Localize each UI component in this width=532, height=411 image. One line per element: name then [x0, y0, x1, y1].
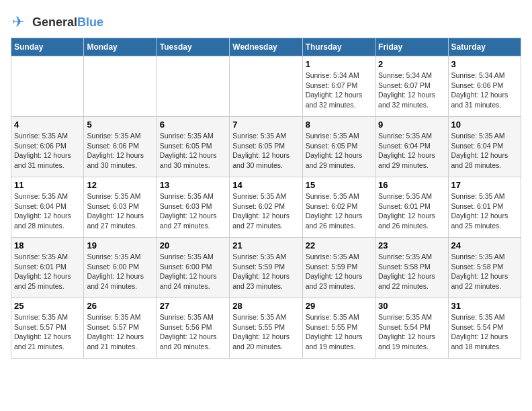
logo: ✈ GeneralBlue — [11, 13, 103, 32]
calendar-cell: 6Sunrise: 5:35 AM Sunset: 6:05 PM Daylig… — [157, 117, 229, 177]
day-number: 15 — [306, 180, 372, 190]
calendar-cell: 1Sunrise: 5:34 AM Sunset: 6:07 PM Daylig… — [302, 56, 375, 117]
day-number: 10 — [451, 120, 518, 130]
day-number: 2 — [378, 59, 445, 69]
day-info: Sunrise: 5:35 AM Sunset: 5:56 PM Dayligh… — [160, 312, 226, 352]
calendar-cell: 25Sunrise: 5:35 AM Sunset: 5:57 PM Dayli… — [11, 298, 84, 359]
calendar-cell: 4Sunrise: 5:35 AM Sunset: 6:06 PM Daylig… — [11, 117, 84, 177]
day-info: Sunrise: 5:34 AM Sunset: 6:06 PM Dayligh… — [451, 71, 518, 110]
day-number: 7 — [232, 120, 299, 130]
day-info: Sunrise: 5:34 AM Sunset: 6:07 PM Dayligh… — [306, 71, 372, 110]
day-info: Sunrise: 5:35 AM Sunset: 6:01 PM Dayligh… — [451, 191, 518, 231]
calendar-cell: 17Sunrise: 5:35 AM Sunset: 6:01 PM Dayli… — [448, 177, 521, 238]
weekday-header: Friday — [375, 38, 448, 56]
day-number: 12 — [87, 180, 153, 190]
calendar-cell — [157, 56, 229, 117]
day-info: Sunrise: 5:35 AM Sunset: 5:55 PM Dayligh… — [232, 312, 299, 352]
day-number: 17 — [451, 180, 518, 190]
calendar-cell: 15Sunrise: 5:35 AM Sunset: 6:02 PM Dayli… — [302, 177, 375, 238]
day-info: Sunrise: 5:35 AM Sunset: 5:58 PM Dayligh… — [378, 252, 445, 291]
day-number: 9 — [378, 120, 445, 130]
day-info: Sunrise: 5:35 AM Sunset: 6:04 PM Dayligh… — [378, 131, 445, 171]
calendar-cell — [230, 56, 302, 117]
weekday-header: Tuesday — [157, 38, 229, 56]
day-info: Sunrise: 5:35 AM Sunset: 6:05 PM Dayligh… — [160, 131, 226, 171]
calendar-week-row: 25Sunrise: 5:35 AM Sunset: 5:57 PM Dayli… — [11, 298, 521, 359]
calendar-cell: 19Sunrise: 5:35 AM Sunset: 6:00 PM Dayli… — [84, 238, 157, 298]
day-number: 22 — [306, 240, 372, 250]
day-info: Sunrise: 5:35 AM Sunset: 5:55 PM Dayligh… — [306, 312, 372, 352]
day-number: 6 — [160, 120, 226, 130]
calendar-cell: 16Sunrise: 5:35 AM Sunset: 6:01 PM Dayli… — [375, 177, 448, 238]
day-info: Sunrise: 5:35 AM Sunset: 5:59 PM Dayligh… — [232, 252, 299, 291]
calendar-cell: 11Sunrise: 5:35 AM Sunset: 6:04 PM Dayli… — [11, 177, 84, 238]
weekday-header: Saturday — [448, 38, 521, 56]
day-info: Sunrise: 5:35 AM Sunset: 6:04 PM Dayligh… — [14, 191, 81, 231]
day-info: Sunrise: 5:35 AM Sunset: 6:01 PM Dayligh… — [14, 252, 81, 291]
calendar-cell: 9Sunrise: 5:35 AM Sunset: 6:04 PM Daylig… — [375, 117, 448, 177]
calendar-week-row: 4Sunrise: 5:35 AM Sunset: 6:06 PM Daylig… — [11, 117, 521, 177]
calendar-cell: 14Sunrise: 5:35 AM Sunset: 6:02 PM Dayli… — [230, 177, 302, 238]
day-number: 1 — [306, 59, 372, 69]
calendar-header-row: SundayMondayTuesdayWednesdayThursdayFrid… — [11, 38, 521, 56]
calendar-cell: 10Sunrise: 5:35 AM Sunset: 6:04 PM Dayli… — [448, 117, 521, 177]
logo-text: GeneralBlue — [32, 16, 103, 30]
calendar-week-row: 1Sunrise: 5:34 AM Sunset: 6:07 PM Daylig… — [11, 56, 521, 117]
calendar-cell — [84, 56, 157, 117]
calendar-cell: 23Sunrise: 5:35 AM Sunset: 5:58 PM Dayli… — [375, 238, 448, 298]
day-info: Sunrise: 5:35 AM Sunset: 5:57 PM Dayligh… — [87, 312, 153, 352]
calendar-cell: 13Sunrise: 5:35 AM Sunset: 6:03 PM Dayli… — [157, 177, 229, 238]
day-number: 25 — [14, 301, 81, 311]
day-info: Sunrise: 5:35 AM Sunset: 6:00 PM Dayligh… — [160, 252, 226, 291]
calendar-cell: 21Sunrise: 5:35 AM Sunset: 5:59 PM Dayli… — [230, 238, 302, 298]
day-info: Sunrise: 5:34 AM Sunset: 6:07 PM Dayligh… — [378, 71, 445, 110]
calendar-cell: 28Sunrise: 5:35 AM Sunset: 5:55 PM Dayli… — [230, 298, 302, 359]
day-number: 27 — [160, 301, 226, 311]
calendar-cell: 3Sunrise: 5:34 AM Sunset: 6:06 PM Daylig… — [448, 56, 521, 117]
day-info: Sunrise: 5:35 AM Sunset: 6:05 PM Dayligh… — [306, 131, 372, 171]
day-number: 26 — [87, 301, 153, 311]
day-number: 28 — [232, 301, 299, 311]
calendar-week-row: 18Sunrise: 5:35 AM Sunset: 6:01 PM Dayli… — [11, 238, 521, 298]
day-info: Sunrise: 5:35 AM Sunset: 6:02 PM Dayligh… — [306, 191, 372, 231]
svg-text:✈: ✈ — [12, 13, 24, 30]
day-number: 23 — [378, 240, 445, 250]
day-number: 13 — [160, 180, 226, 190]
day-info: Sunrise: 5:35 AM Sunset: 6:02 PM Dayligh… — [232, 191, 299, 231]
day-info: Sunrise: 5:35 AM Sunset: 5:59 PM Dayligh… — [306, 252, 372, 291]
day-info: Sunrise: 5:35 AM Sunset: 6:04 PM Dayligh… — [451, 131, 518, 171]
calendar-cell: 18Sunrise: 5:35 AM Sunset: 6:01 PM Dayli… — [11, 238, 84, 298]
day-number: 21 — [232, 240, 299, 250]
calendar-table: SundayMondayTuesdayWednesdayThursdayFrid… — [11, 38, 521, 359]
day-number: 20 — [160, 240, 226, 250]
day-info: Sunrise: 5:35 AM Sunset: 5:54 PM Dayligh… — [378, 312, 445, 352]
day-number: 16 — [378, 180, 445, 190]
day-number: 18 — [14, 240, 81, 250]
day-info: Sunrise: 5:35 AM Sunset: 6:01 PM Dayligh… — [378, 191, 445, 231]
day-info: Sunrise: 5:35 AM Sunset: 5:58 PM Dayligh… — [451, 252, 518, 291]
day-number: 24 — [451, 240, 518, 250]
day-info: Sunrise: 5:35 AM Sunset: 5:57 PM Dayligh… — [14, 312, 81, 352]
day-number: 31 — [451, 301, 518, 311]
calendar-cell: 20Sunrise: 5:35 AM Sunset: 6:00 PM Dayli… — [157, 238, 229, 298]
day-number: 3 — [451, 59, 518, 69]
page-header: ✈ GeneralBlue — [11, 11, 521, 32]
day-info: Sunrise: 5:35 AM Sunset: 6:03 PM Dayligh… — [87, 191, 153, 231]
day-info: Sunrise: 5:35 AM Sunset: 6:05 PM Dayligh… — [232, 131, 299, 171]
day-number: 29 — [306, 301, 372, 311]
calendar-cell: 24Sunrise: 5:35 AM Sunset: 5:58 PM Dayli… — [448, 238, 521, 298]
weekday-header: Sunday — [11, 38, 84, 56]
calendar-cell: 30Sunrise: 5:35 AM Sunset: 5:54 PM Dayli… — [375, 298, 448, 359]
logo-icon: ✈ — [11, 13, 30, 32]
calendar-cell: 29Sunrise: 5:35 AM Sunset: 5:55 PM Dayli… — [302, 298, 375, 359]
calendar-cell: 5Sunrise: 5:35 AM Sunset: 6:06 PM Daylig… — [84, 117, 157, 177]
weekday-header: Wednesday — [230, 38, 302, 56]
calendar-week-row: 11Sunrise: 5:35 AM Sunset: 6:04 PM Dayli… — [11, 177, 521, 238]
calendar-cell: 2Sunrise: 5:34 AM Sunset: 6:07 PM Daylig… — [375, 56, 448, 117]
day-number: 5 — [87, 120, 153, 130]
day-info: Sunrise: 5:35 AM Sunset: 6:03 PM Dayligh… — [160, 191, 226, 231]
calendar-cell: 12Sunrise: 5:35 AM Sunset: 6:03 PM Dayli… — [84, 177, 157, 238]
calendar-cell: 22Sunrise: 5:35 AM Sunset: 5:59 PM Dayli… — [302, 238, 375, 298]
calendar-cell — [11, 56, 84, 117]
day-info: Sunrise: 5:35 AM Sunset: 6:06 PM Dayligh… — [14, 131, 81, 171]
